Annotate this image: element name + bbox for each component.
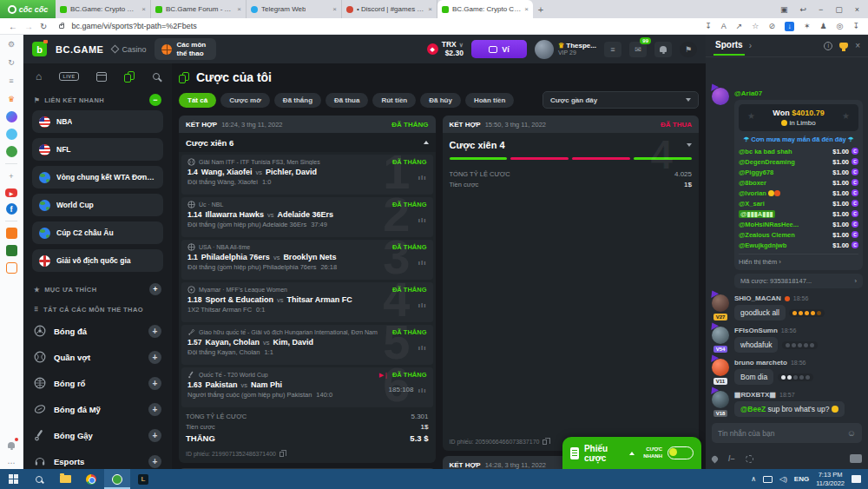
avatar[interactable] (712, 294, 729, 312)
adblock-icon[interactable]: ⊘ (768, 22, 775, 30)
window-maximize-button[interactable]: ▢ (835, 5, 843, 14)
expand-sport-button[interactable]: + (148, 429, 161, 442)
reactions-row[interactable] (782, 341, 818, 349)
rain-tip-icon[interactable] (711, 454, 720, 463)
filter-open[interactable]: Cược mở (220, 93, 270, 108)
stats-icon[interactable]: ılı (418, 174, 427, 182)
emoji-picker-icon[interactable]: ☺ (847, 428, 856, 438)
copy-icon[interactable] (542, 439, 547, 445)
wallet-button[interactable]: Ví (471, 40, 527, 58)
bcgame-logo-icon[interactable]: b (32, 42, 47, 56)
cart-app-icon[interactable] (6, 262, 17, 274)
user-profile[interactable]: ♛ Thespe... VIP 29 (535, 40, 596, 59)
start-button[interactable] (0, 469, 26, 489)
stats-icon[interactable]: ılı (418, 301, 427, 309)
taskbar-clock[interactable]: 7:13 PM 11/3/2022 (816, 471, 845, 487)
avatar[interactable] (712, 88, 729, 105)
stats-icon[interactable]: ılı (418, 259, 427, 267)
bet-code-row[interactable]: Mã cược: 9353818147...› (734, 274, 863, 288)
more-options-icon[interactable]: ⋯ (5, 457, 17, 469)
expand-icon[interactable] (687, 143, 692, 147)
won-amount-card[interactable]: ★ ★ Won $4010.79 in Limbo (739, 104, 858, 131)
window-minimize-button[interactable]: − (819, 5, 823, 14)
chat-username[interactable]: SHIO_MACAN (734, 294, 781, 302)
history-icon[interactable]: ↻ (5, 56, 17, 69)
browser-tab-active[interactable]: BC.Game: Crypto Casino Gar × (437, 0, 533, 18)
install-icon[interactable]: ↧ (705, 22, 712, 30)
network-icon[interactable] (763, 476, 773, 483)
tab-close-icon[interactable]: × (332, 5, 337, 13)
sport-item-tennis[interactable]: Quần vợt+ (23, 344, 172, 370)
coccoc-brand-button[interactable]: cốc cốc (0, 0, 56, 18)
restore-tab-icon[interactable]: ↩ (799, 5, 806, 14)
browser-tab-3[interactable]: Telegram Web × (247, 0, 342, 18)
stats-icon[interactable]: ılı (418, 344, 427, 352)
extension-icon[interactable]: ♟ (820, 22, 827, 30)
gif-keyboard-icon[interactable] (850, 454, 862, 463)
taskbar-search-icon[interactable] (26, 469, 52, 489)
bet-leg[interactable]: 3 USA · NBA All-time ĐÃ THẮNG 1.1Philade… (181, 240, 433, 280)
home-icon[interactable]: ⌂ (36, 70, 42, 83)
user-mention[interactable]: @BeeZ (740, 405, 766, 413)
currency-selector[interactable]: ◆ TRX∨ $2.30 (427, 41, 464, 57)
filter-refund[interactable]: Hoàn tiền (465, 93, 514, 108)
chat-message-input[interactable] (718, 429, 847, 438)
avatar[interactable] (712, 327, 729, 344)
mail-icon[interactable]: ✉99 (629, 42, 647, 57)
trophy-icon[interactable] (839, 43, 848, 49)
filter-all[interactable]: Tất cả (179, 93, 216, 108)
forward-button[interactable]: → (24, 22, 33, 31)
schedule-calendar-icon[interactable] (96, 72, 107, 82)
profile-icon[interactable]: ◎ (837, 22, 844, 30)
chat-channel-tab[interactable]: Sports (713, 36, 745, 56)
bet-card-combo-won[interactable]: KẾT HỢP 16:24, 3 thg 11, 2022 ĐÃ THẮNG C… (179, 116, 436, 463)
collapse-quick-links-button[interactable]: − (149, 94, 161, 106)
filter-lost[interactable]: Đã thua (326, 93, 368, 108)
expand-sport-button[interactable]: + (148, 351, 161, 364)
expand-sport-button[interactable]: + (148, 325, 161, 338)
bet-leg[interactable]: 1 Giải Nam ITF - ITF Tunisia FS3, Men Si… (181, 155, 433, 195)
window-close-button[interactable]: × (855, 5, 859, 14)
tab-close-icon[interactable]: × (428, 5, 432, 13)
settings-gear-icon[interactable]: ⚙ (5, 38, 17, 50)
avatar[interactable] (712, 391, 729, 408)
download-manager-icon[interactable]: ↓ (785, 22, 794, 31)
bet-leg[interactable]: 5 Giao hữu quốc tế - Giải vô địch Hungar… (181, 325, 433, 365)
youtube-icon[interactable]: ▶ (5, 188, 17, 197)
bcgame-logo-text[interactable]: BC.GAME (56, 44, 103, 55)
sport-item-basketball[interactable]: Bóng rổ+ (23, 370, 172, 396)
translate-icon[interactable]: A (721, 22, 727, 30)
shop-app-icon[interactable] (6, 228, 17, 239)
chat-username[interactable]: ▩RDXBTX▩ (734, 391, 776, 399)
bet-leg[interactable]: 2 Úc · NBL ĐÃ THẮNG 1.14Illawarra Hawksv… (181, 197, 433, 237)
avatar[interactable] (712, 359, 729, 376)
sport-item-american-football[interactable]: Bóng đá Mỹ+ (23, 396, 172, 422)
language-indicator[interactable]: ENG (794, 475, 809, 483)
bell-icon[interactable] (654, 42, 672, 57)
sidebar-item-national-league[interactable]: Giải vô địch quốc gia (32, 249, 163, 272)
garden-app-icon[interactable] (6, 245, 17, 256)
sport-item-esports[interactable]: Esports+ (23, 448, 172, 469)
feed-icon[interactable]: ≡ (5, 75, 17, 87)
bet-name-row[interactable]: Cược xiên 6 (179, 133, 436, 152)
chevron-right-icon[interactable]: › (749, 41, 752, 50)
coccoc-taskbar-icon[interactable] (104, 469, 130, 489)
stats-icon[interactable]: ılı (418, 387, 427, 394)
volume-icon[interactable]: ◁) (779, 475, 787, 483)
ssl-lock-icon[interactable] (59, 24, 64, 29)
notification-bell-icon[interactable] (5, 439, 17, 451)
back-button[interactable]: ← (9, 22, 17, 31)
nav-sports-active[interactable]: Các môn thể thao (155, 38, 216, 59)
file-explorer-icon[interactable] (52, 469, 78, 489)
new-tab-button[interactable]: + (533, 0, 549, 18)
sidebar-item-nba[interactable]: NBA (32, 110, 163, 133)
facebook-icon[interactable]: f (6, 203, 17, 215)
transactions-list-icon[interactable]: ≡ (604, 42, 621, 57)
filter-won[interactable]: Đã thắng (274, 93, 321, 108)
show-more-link[interactable]: Hiển thị thêm › (739, 254, 858, 266)
reader-mode-icon[interactable]: ▣ (780, 5, 788, 14)
tab-close-icon[interactable]: × (524, 5, 529, 13)
bet-card-combo-lost[interactable]: KẾT HỢP 15:50, 3 thg 11, 2022 ĐÃ THUA 4 … (443, 116, 700, 451)
sport-item-cricket[interactable]: Bóng Gậy+ (23, 422, 172, 448)
close-chat-icon[interactable]: × (855, 41, 860, 50)
